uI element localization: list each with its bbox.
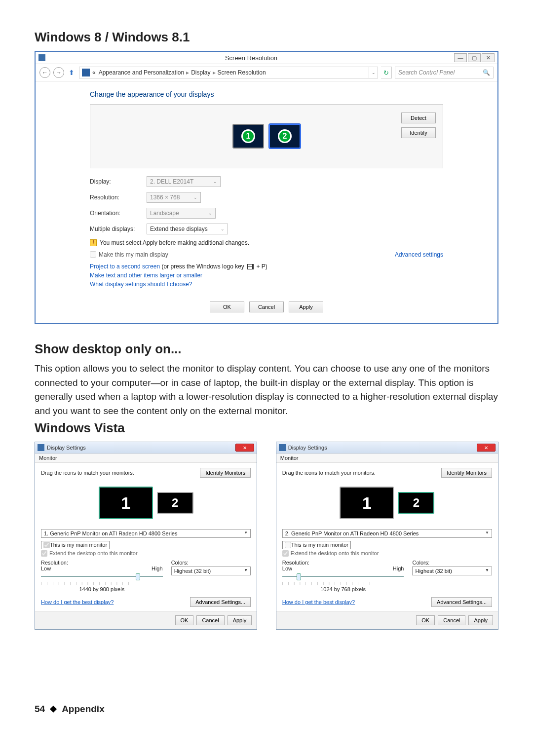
display-settings-help-link[interactable]: What display settings should I choose? (90, 281, 443, 288)
monitor-1[interactable]: 1 (99, 487, 153, 519)
section-heading-win8: Windows 8 / Windows 8.1 (35, 30, 498, 45)
up-button[interactable]: ⬆ (67, 69, 76, 76)
apply-button[interactable]: Apply (228, 615, 252, 625)
main-display-checkbox-input[interactable] (90, 251, 96, 258)
main-display-checkbox[interactable]: Make this my main display (90, 251, 168, 258)
section-heading-vista: Windows Vista (35, 420, 498, 436)
advanced-settings-button[interactable]: Advanced Settings... (190, 597, 251, 607)
advanced-settings-button[interactable]: Advanced Settings... (431, 597, 492, 607)
page-footer: 54 Appendix (35, 704, 498, 715)
ok-button[interactable]: OK (210, 302, 244, 312)
monitor-dropdown-value: 2. Generic PnP Monitor on ATI Radeon HD … (285, 530, 419, 536)
monitor-2[interactable]: 2 (398, 492, 434, 514)
cancel-button[interactable]: Cancel (438, 615, 465, 625)
chevron-down-icon: ▼ (485, 530, 489, 536)
colors-label: Colors: (412, 560, 492, 566)
slider-low-label: Low (282, 566, 292, 571)
extend-desktop-checkbox[interactable]: Extend the desktop onto this monitor (41, 550, 251, 557)
cancel-button[interactable]: Cancel (196, 615, 224, 625)
monitor-tab[interactable]: Monitor (276, 454, 498, 463)
chevron-right-icon: ▸ (213, 69, 216, 76)
project-line-mid: (or press the Windows logo key (160, 263, 246, 270)
extend-desktop-checkbox[interactable]: Extend the desktop onto this monitor (282, 550, 492, 557)
search-placeholder: Search Control Panel (398, 69, 455, 76)
project-line-end: + P) (255, 263, 267, 270)
close-button[interactable]: ✕ (235, 444, 254, 452)
slider-high-label: High (393, 566, 404, 571)
back-button[interactable]: ← (39, 67, 50, 78)
breadcrumb-l1[interactable]: Appearance and Personalization (99, 69, 184, 76)
minimize-button[interactable]: — (454, 53, 467, 62)
make-text-larger-link[interactable]: Make text and other items larger or smal… (90, 272, 443, 279)
multiple-displays-dropdown[interactable]: Extend these displays⌄ (147, 224, 228, 234)
colors-dropdown[interactable]: Highest (32 bit)▼ (412, 567, 492, 575)
breadcrumb[interactable]: « Appearance and Personalization ▸ Displ… (79, 67, 378, 78)
identify-button[interactable]: Identify (401, 127, 436, 138)
maximize-button[interactable]: ▢ (468, 53, 481, 62)
monitor-1-badge: 1 (241, 129, 255, 143)
forward-button[interactable]: → (53, 67, 64, 78)
resolution-slider[interactable] (282, 572, 404, 580)
chevron-down-icon: ⌄ (209, 179, 217, 184)
slider-high-label: High (152, 566, 163, 571)
window-icon (38, 444, 44, 451)
section-body-show-desktop: This option allows you to select the mon… (35, 362, 498, 418)
monitor-dropdown[interactable]: 2. Generic PnP Monitor on ATI Radeon HD … (282, 529, 492, 538)
colors-value: Highest (32 bit) (415, 568, 452, 574)
best-display-help-link[interactable]: How do I get the best display? (282, 599, 355, 605)
display-preview[interactable]: 1 2 (282, 481, 492, 525)
colors-label: Colors: (171, 560, 251, 566)
vista-titlebar: Display Settings ✕ (35, 442, 257, 454)
monitor-2[interactable]: 2 (269, 124, 301, 149)
extend-desktop-label: Extend the desktop onto this monitor (49, 550, 138, 557)
ok-button[interactable]: OK (175, 615, 194, 625)
detect-button[interactable]: Detect (401, 113, 436, 123)
monitor-2[interactable]: 2 (157, 492, 193, 514)
search-input[interactable]: Search Control Panel 🔍 (395, 67, 494, 78)
ok-button[interactable]: OK (416, 615, 435, 625)
monitor-dropdown[interactable]: 1. Generic PnP Monitor on ATI Radeon HD … (41, 529, 251, 538)
resolution-label: Resolution: (90, 194, 147, 201)
display-value: 2. DELL E2014T (150, 178, 193, 185)
warning-text: You must select Apply before making addi… (100, 239, 249, 246)
extend-desktop-label: Extend the desktop onto this monitor (291, 550, 379, 557)
resolution-label: Resolution: (282, 560, 404, 566)
identify-monitors-button[interactable]: Identify Monitors (200, 468, 251, 478)
multiple-displays-label: Multiple displays: (90, 226, 147, 232)
refresh-button[interactable]: ↻ (381, 67, 392, 78)
breadcrumb-l3[interactable]: Screen Resolution (218, 69, 266, 76)
slider-thumb[interactable] (297, 573, 301, 580)
control-panel-icon (82, 69, 90, 76)
vista-display-settings-right: Display Settings ✕ Monitor Drag the icon… (276, 442, 498, 630)
slider-thumb[interactable] (136, 573, 140, 580)
close-button[interactable]: ✕ (482, 53, 495, 62)
drag-instruction: Drag the icons to match your monitors. (41, 470, 134, 476)
main-monitor-checkbox[interactable]: This is my main monitor (41, 541, 110, 549)
resolution-dropdown[interactable]: 1366 × 768⌄ (147, 192, 201, 203)
close-button[interactable]: ✕ (477, 444, 495, 452)
breadcrumb-l2[interactable]: Display (191, 69, 210, 76)
display-preview[interactable]: 1 2 Detect Identify (90, 104, 443, 168)
slider-low-label: Low (41, 566, 51, 571)
monitor-tab[interactable]: Monitor (35, 454, 257, 463)
monitor-1[interactable]: 1 (340, 487, 394, 519)
advanced-settings-link[interactable]: Advanced settings (395, 251, 443, 258)
best-display-help-link[interactable]: How do I get the best display? (41, 599, 114, 605)
project-second-screen-link[interactable]: Project to a second screen (90, 263, 160, 270)
cancel-button[interactable]: Cancel (249, 302, 284, 312)
display-dropdown[interactable]: 2. DELL E2014T⌄ (147, 176, 221, 187)
identify-monitors-button[interactable]: Identify Monitors (441, 468, 492, 478)
chevron-down-icon: ⌄ (204, 211, 212, 216)
colors-dropdown[interactable]: Highest (32 bit)▼ (171, 567, 251, 575)
orientation-dropdown[interactable]: Landscape⌄ (147, 208, 216, 219)
resolution-caption: 1440 by 900 pixels (41, 586, 163, 592)
resolution-slider[interactable] (41, 572, 163, 580)
chevron-down-icon: ⌄ (190, 195, 197, 200)
apply-button[interactable]: Apply (468, 615, 493, 625)
main-monitor-checkbox[interactable]: This is my main monitor (282, 541, 351, 549)
vista-display-settings-left: Display Settings ✕ Monitor Drag the icon… (35, 442, 257, 630)
apply-button[interactable]: Apply (289, 302, 323, 312)
breadcrumb-dropdown-icon[interactable]: ⌄ (369, 67, 378, 78)
display-preview[interactable]: 1 2 (41, 481, 251, 525)
monitor-1[interactable]: 1 (232, 124, 264, 149)
